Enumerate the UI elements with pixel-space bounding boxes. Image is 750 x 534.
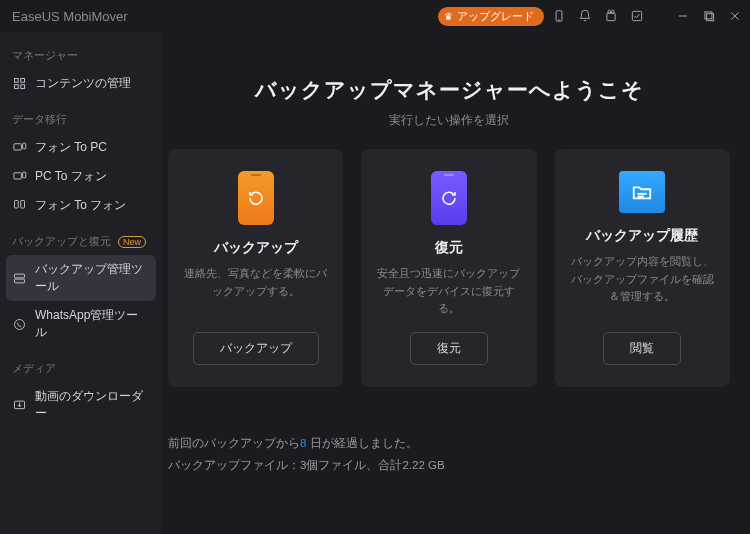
svg-point-22 bbox=[15, 319, 25, 329]
sidebar: マネージャー コンテンツの管理 データ移行 フォン To PC PC To フォ… bbox=[0, 32, 162, 534]
svg-rect-16 bbox=[14, 173, 22, 179]
bell-icon[interactable] bbox=[578, 9, 592, 23]
pc-to-phone-icon bbox=[12, 169, 27, 184]
svg-rect-11 bbox=[21, 79, 25, 83]
last-backup-line: 前回のバックアップから8 日が経過しました。 bbox=[168, 433, 730, 455]
device-icon[interactable] bbox=[552, 9, 566, 23]
restore-button[interactable]: 復元 bbox=[410, 332, 488, 365]
svg-rect-15 bbox=[23, 143, 26, 149]
svg-rect-17 bbox=[23, 172, 26, 178]
card-title: バックアップ履歴 bbox=[586, 227, 698, 245]
sidebar-item-phone-to-pc[interactable]: フォン To PC bbox=[0, 133, 162, 162]
card-desc: バックアップ内容を閲覧し、バックアップファイルを確認＆管理する。 bbox=[569, 253, 716, 318]
sidebar-item-label: バックアップ管理ツール bbox=[35, 261, 150, 295]
sidebar-item-content-manage[interactable]: コンテンツの管理 bbox=[0, 69, 162, 98]
new-badge: New bbox=[118, 236, 146, 248]
card-desc: 安全且つ迅速にバックアップデータをデバイスに復元する。 bbox=[375, 265, 522, 318]
sidebar-section-label: マネージャー bbox=[0, 44, 162, 69]
sidebar-item-label: WhatsApp管理ツール bbox=[35, 307, 150, 341]
svg-rect-4 bbox=[632, 11, 641, 20]
backup-tool-icon bbox=[12, 271, 27, 286]
svg-rect-14 bbox=[14, 144, 22, 150]
card-desc: 連絡先、写真などを柔軟にバックアップする。 bbox=[182, 265, 329, 318]
sidebar-item-backup-manager[interactable]: バックアップ管理ツール bbox=[6, 255, 156, 301]
sidebar-item-phone-to-phone[interactable]: フォン To フォン bbox=[0, 191, 162, 220]
upgrade-button[interactable]: ♛ アップグレード bbox=[438, 7, 544, 26]
sidebar-section-label: メディア bbox=[0, 357, 162, 382]
backup-button[interactable]: バックアップ bbox=[193, 332, 319, 365]
card-history: バックアップ履歴 バックアップ内容を閲覧し、バックアップファイルを確認＆管理する… bbox=[555, 149, 730, 387]
card-backup: バックアップ 連絡先、写真などを柔軟にバックアップする。 バックアップ bbox=[168, 149, 343, 387]
browse-button[interactable]: 閲覧 bbox=[603, 332, 681, 365]
whatsapp-icon bbox=[12, 317, 27, 332]
restore-phone-icon bbox=[431, 171, 467, 225]
upgrade-label: アップグレード bbox=[457, 9, 534, 24]
page-subtitle: 実行したい操作を選択 bbox=[168, 112, 730, 129]
sidebar-item-whatsapp-manager[interactable]: WhatsApp管理ツール bbox=[0, 301, 162, 347]
svg-rect-13 bbox=[21, 85, 25, 89]
sidebar-item-video-downloader[interactable]: 動画のダウンローダー bbox=[0, 382, 162, 428]
download-icon bbox=[12, 398, 27, 413]
gift-icon[interactable] bbox=[604, 9, 618, 23]
minimize-button[interactable] bbox=[676, 9, 690, 23]
sidebar-section-label: データ移行 bbox=[0, 108, 162, 133]
sidebar-item-label: PC To フォン bbox=[35, 168, 107, 185]
svg-rect-21 bbox=[15, 279, 25, 283]
sidebar-item-label: 動画のダウンローダー bbox=[35, 388, 150, 422]
svg-rect-6 bbox=[705, 12, 712, 19]
sidebar-item-pc-to-phone[interactable]: PC To フォン bbox=[0, 162, 162, 191]
feedback-icon[interactable] bbox=[630, 9, 644, 23]
close-button[interactable] bbox=[728, 9, 742, 23]
sidebar-item-label: フォン To PC bbox=[35, 139, 107, 156]
svg-rect-12 bbox=[15, 85, 19, 89]
footer-status: 前回のバックアップから8 日が経過しました。 バックアップファイル：3個ファイル… bbox=[168, 433, 730, 477]
titlebar: EaseUS MobiMover ♛ アップグレード bbox=[0, 0, 750, 32]
backup-files-line: バックアップファイル：3個ファイル、合計2.22 GB bbox=[168, 455, 730, 477]
backup-phone-icon bbox=[238, 171, 274, 225]
svg-rect-3 bbox=[607, 13, 615, 21]
svg-rect-10 bbox=[15, 79, 19, 83]
history-folder-icon bbox=[619, 171, 665, 213]
phone-to-pc-icon bbox=[12, 140, 27, 155]
phone-to-phone-icon bbox=[12, 198, 27, 213]
crown-icon: ♛ bbox=[444, 11, 453, 22]
svg-rect-20 bbox=[15, 274, 25, 278]
svg-rect-7 bbox=[707, 14, 714, 21]
card-title: バックアップ bbox=[214, 239, 298, 257]
sidebar-item-label: フォン To フォン bbox=[35, 197, 126, 214]
main-panel: バックアップマネージャーへようこそ 実行したい操作を選択 バックアップ 連絡先、… bbox=[162, 32, 750, 534]
sidebar-item-label: コンテンツの管理 bbox=[35, 75, 131, 92]
maximize-button[interactable] bbox=[702, 9, 716, 23]
app-title: EaseUS MobiMover bbox=[12, 9, 128, 24]
sidebar-section-label: バックアップと復元 New bbox=[0, 230, 162, 255]
svg-rect-18 bbox=[15, 201, 19, 209]
card-restore: 復元 安全且つ迅速にバックアップデータをデバイスに復元する。 復元 bbox=[361, 149, 536, 387]
page-title: バックアップマネージャーへようこそ bbox=[168, 76, 730, 104]
hero: バックアップマネージャーへようこそ 実行したい操作を選択 bbox=[168, 76, 730, 129]
card-title: 復元 bbox=[435, 239, 463, 257]
grid-icon bbox=[12, 76, 27, 91]
svg-rect-19 bbox=[21, 201, 25, 209]
